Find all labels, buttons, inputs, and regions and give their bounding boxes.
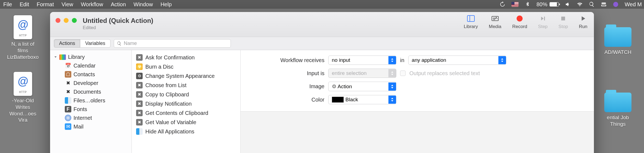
traffic-lights bbox=[56, 18, 77, 23]
toolbar-label: Library bbox=[464, 24, 478, 29]
output-replaces-label: Output replaces selected text bbox=[409, 70, 480, 76]
action-item[interactable]: ✖︎Copy to Clipboard bbox=[134, 90, 238, 99]
desktop-folder-2[interactable]: ential Job Things bbox=[602, 93, 634, 127]
action-label: Change System Appearance bbox=[145, 73, 215, 79]
menu-view[interactable]: View bbox=[62, 1, 73, 8]
toolbar-record[interactable]: Record bbox=[512, 15, 527, 29]
select-arrows-icon bbox=[388, 82, 396, 91]
toolbar-step: Step bbox=[538, 15, 548, 29]
time-machine-icon[interactable] bbox=[499, 1, 505, 7]
wifi-icon[interactable] bbox=[577, 1, 583, 7]
desktop-webloc-2[interactable]: -Year-Old Writes Wond…oes Vira bbox=[7, 72, 39, 123]
input-is-label: Input is bbox=[248, 70, 324, 76]
bluetooth-icon[interactable] bbox=[525, 1, 530, 7]
action-item[interactable]: ✖︎Get Value of Variable bbox=[134, 118, 238, 127]
action-item[interactable]: ✖︎Choose from List bbox=[134, 81, 238, 90]
menu-help[interactable]: Help bbox=[161, 1, 172, 8]
sidebar-item-contacts[interactable]: ☖Contacts bbox=[52, 70, 129, 79]
contacts-icon: ☖ bbox=[65, 71, 71, 78]
minimize-button[interactable] bbox=[64, 18, 69, 23]
select-arrows-icon bbox=[388, 56, 396, 64]
search-input[interactable] bbox=[124, 41, 228, 46]
gear-icon: ✖︎ bbox=[136, 91, 143, 98]
sidebar-item-documents[interactable]: ✖︎Documents bbox=[52, 87, 129, 96]
toolbar-label: Record bbox=[512, 24, 527, 29]
sidebar-item-mail[interactable]: ✉︎Mail bbox=[52, 122, 129, 131]
toolbar-run[interactable]: Run bbox=[579, 15, 587, 29]
toolbar-library[interactable]: Library bbox=[464, 15, 478, 29]
toolbar-label: Media bbox=[489, 24, 501, 29]
color-label: Color bbox=[248, 97, 324, 103]
gear-icon: ✖︎ bbox=[136, 54, 143, 61]
tab-actions[interactable]: Actions bbox=[54, 39, 80, 48]
sidebar-item-files[interactable]: Files…olders bbox=[52, 96, 129, 105]
action-item[interactable]: ☢︎Burn a Disc bbox=[134, 62, 238, 71]
window-subtitle: Edited bbox=[83, 25, 153, 30]
menu-window[interactable]: Window bbox=[134, 1, 153, 8]
select-arrows-icon bbox=[388, 69, 396, 77]
menu-file[interactable]: File bbox=[3, 1, 12, 8]
toolbar-media[interactable]: Media bbox=[489, 15, 501, 29]
control-center-icon[interactable] bbox=[601, 1, 607, 7]
svg-rect-3 bbox=[467, 16, 474, 22]
action-item[interactable]: ⚙︎Change System Appearance bbox=[134, 71, 238, 81]
search-icon bbox=[117, 41, 122, 46]
action-item[interactable]: ✖︎Ask for Confirmation bbox=[134, 53, 238, 62]
sidebar-item-calendar[interactable]: 📅Calendar bbox=[52, 61, 129, 70]
disclosure-triangle-icon[interactable] bbox=[54, 56, 57, 59]
svg-rect-0 bbox=[602, 3, 606, 4]
record-icon bbox=[517, 16, 523, 22]
clock[interactable]: Wed M bbox=[625, 1, 642, 8]
action-label: Copy to Clipboard bbox=[145, 91, 189, 98]
toolbar-label: Step bbox=[538, 24, 548, 29]
menu-workflow[interactable]: Workflow bbox=[81, 1, 103, 8]
svg-point-2 bbox=[613, 2, 618, 7]
spotlight-icon[interactable] bbox=[589, 1, 595, 7]
menu-action[interactable]: Action bbox=[111, 1, 126, 8]
tab-variables[interactable]: Variables bbox=[80, 39, 111, 48]
menu-format[interactable]: Format bbox=[37, 1, 54, 8]
zoom-button[interactable] bbox=[72, 18, 77, 23]
color-select[interactable]: Black bbox=[328, 95, 396, 104]
svg-rect-7 bbox=[544, 17, 545, 20]
toolbar-label: Run bbox=[579, 24, 587, 29]
menu-edit[interactable]: Edit bbox=[20, 1, 29, 8]
action-item[interactable]: ✖︎Get Contents of Clipboard bbox=[134, 108, 238, 118]
sidebar-item-label: Developer bbox=[73, 80, 98, 86]
close-button[interactable] bbox=[56, 18, 60, 23]
gear-icon: ✖︎ bbox=[136, 110, 143, 116]
sidebar-item-developer[interactable]: ✖︎Developer bbox=[52, 79, 129, 87]
siri-icon[interactable] bbox=[613, 1, 619, 7]
desktop-label: AD/WATCH bbox=[602, 49, 634, 56]
receives-select[interactable]: no input bbox=[328, 56, 396, 65]
application-select[interactable]: any application bbox=[408, 56, 506, 65]
folder-icon bbox=[604, 93, 631, 112]
gear-icon: ✖︎ bbox=[136, 100, 143, 107]
volume-icon[interactable] bbox=[565, 1, 571, 7]
action-label: Display Notification bbox=[145, 101, 192, 107]
gear-icon: ⚙︎ bbox=[332, 84, 336, 89]
select-value: ⚙︎ Action bbox=[329, 82, 388, 91]
gear-icon: ✖︎ bbox=[136, 119, 143, 126]
svg-rect-8 bbox=[561, 17, 565, 20]
desktop-folder-1[interactable]: AD/WATCH bbox=[602, 27, 634, 56]
sidebar-item-library[interactable]: Library bbox=[52, 53, 129, 61]
color-swatch bbox=[332, 97, 344, 103]
toolbar-stop: Stop bbox=[559, 15, 568, 29]
toolbar-label: Stop bbox=[559, 24, 568, 29]
image-label: Image bbox=[248, 83, 324, 90]
image-select[interactable]: ⚙︎ Action bbox=[328, 82, 396, 91]
desktop-webloc-1[interactable]: N, a list of films LizBatterboxo bbox=[7, 15, 39, 60]
action-label: Hide All Applications bbox=[145, 128, 194, 135]
svg-point-6 bbox=[493, 19, 495, 20]
sidebar-item-internet[interactable]: Internet bbox=[52, 114, 129, 122]
action-item[interactable]: ✖︎Display Notification bbox=[134, 99, 238, 108]
input-source-flag[interactable] bbox=[511, 2, 519, 7]
select-value: Black bbox=[329, 95, 388, 104]
battery-status[interactable]: 80% bbox=[536, 1, 559, 8]
tools-icon: ✖︎ bbox=[65, 80, 71, 86]
mail-icon: ✉︎ bbox=[65, 123, 71, 130]
sidebar-item-fonts[interactable]: FFonts bbox=[52, 105, 129, 114]
search-field-wrapper bbox=[114, 39, 231, 48]
action-item[interactable]: Hide All Applications bbox=[134, 127, 238, 136]
